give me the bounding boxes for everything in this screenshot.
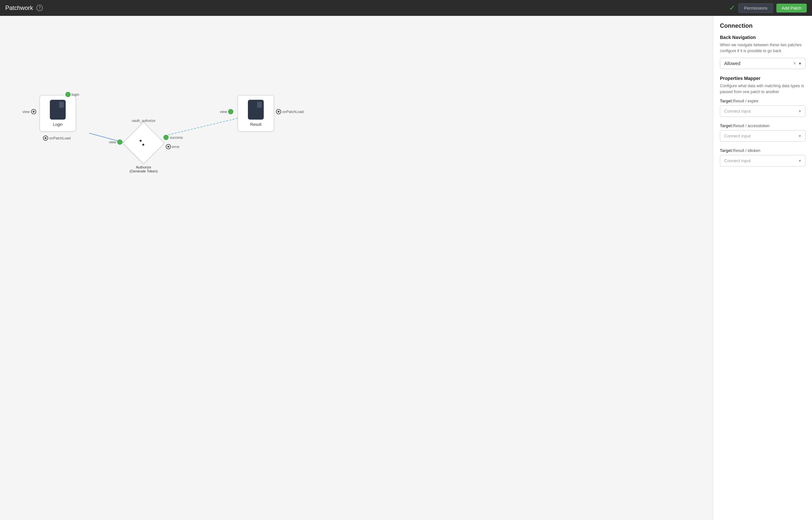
port-circle-view [31,109,36,114]
chevron-down-accesstoken: ▾ [799,133,801,138]
chevron-down-back-nav[interactable]: ▾ [797,61,803,66]
port-label-login: login [72,93,79,97]
header-left: Patchwork ? [5,5,43,11]
connect-expire-select[interactable]: Connect input ▾ [720,105,805,117]
node-authorize[interactable]: oauth_authorize view success error [125,125,162,173]
back-navigation-value: Allowed [723,58,792,69]
target-expire-label: Target:Result / expire [720,99,805,103]
port-label-view: view [23,110,30,114]
port-circle-login [65,92,71,97]
add-patch-button[interactable]: Add Patch [776,4,807,12]
result-node-icon [248,100,264,120]
login-node-label: Login [53,122,62,127]
connect-expire-placeholder: Connect input [724,109,751,114]
authorize-port-label: oauth_authorize [132,119,156,123]
target-accesstoken-group: Target:Result / accesstoken Connect inpu… [720,124,805,142]
header-right: ✓ Permissions Add Patch [729,3,807,13]
target-idtoken-label: Target:Result / idtoken [720,148,805,153]
port-label-view-authorize: view [109,140,116,144]
port-circle-view-result [228,109,233,114]
port-circle-onpatchload-result [276,109,281,114]
main: view login onPatchLoad Login [0,16,812,520]
sidebar-title: Connection [720,23,805,29]
target-accesstoken-label: Target:Result / accesstoken [720,124,805,128]
back-navigation-description: When we navigate between these two patch… [720,42,805,54]
svg-line-1 [168,118,237,135]
port-circle-error [166,144,171,149]
permissions-button[interactable]: Permissions [738,3,773,13]
chevron-down-expire: ▾ [799,109,801,114]
port-circle-onpatchload-login [43,135,48,141]
port-view-login: view [23,109,36,114]
node-login[interactable]: view login onPatchLoad Login [39,95,76,131]
port-circle-view-authorize [117,139,122,145]
connect-accesstoken-placeholder: Connect input [724,133,751,138]
chevron-down-idtoken: ▾ [799,158,801,163]
back-navigation-title: Back Navigation [720,35,805,40]
port-label-view-result: view [220,110,227,114]
result-node-label: Result [250,122,261,127]
clear-back-nav-button[interactable]: × [792,60,797,67]
connect-idtoken-select[interactable]: Connect input ▾ [720,155,805,166]
login-node-box[interactable]: Login [39,95,76,131]
properties-mapper-title: Properties Mapper [720,76,805,81]
port-label-error: error [172,145,179,149]
result-node-box[interactable]: Result [237,95,274,131]
node-result[interactable]: view onPatchLoad Result [237,95,274,131]
properties-mapper-description: Configure what data with matching data t… [720,83,805,95]
sidebar: Connection Back Navigation When we navig… [713,16,812,520]
port-label-success: success [170,135,183,139]
help-icon[interactable]: ? [36,5,43,11]
app-title: Patchwork [5,5,33,11]
port-label-onpatchload-login: onPatchLoad [49,136,71,140]
canvas-svg [0,16,713,520]
authorize-label: Authorize(Generate Token) [125,165,162,173]
login-node-icon [50,100,66,120]
port-circle-success [163,135,169,140]
connect-idtoken-placeholder: Connect input [724,158,751,163]
target-idtoken-group: Target:Result / idtoken Connect input ▾ [720,148,805,166]
back-navigation-select[interactable]: Allowed × ▾ [720,58,805,69]
canvas[interactable]: view login onPatchLoad Login [0,16,713,520]
target-expire-group: Target:Result / expire Connect input ▾ [720,99,805,117]
check-icon: ✓ [729,4,735,12]
connect-accesstoken-select[interactable]: Connect input ▾ [720,130,805,142]
header: Patchwork ? ✓ Permissions Add Patch [0,0,812,16]
properties-mapper-section: Properties Mapper Configure what data wi… [720,76,805,166]
back-navigation-section: Back Navigation When we navigate between… [720,35,805,69]
port-label-onpatchload-result: onPatchLoad [282,110,304,114]
